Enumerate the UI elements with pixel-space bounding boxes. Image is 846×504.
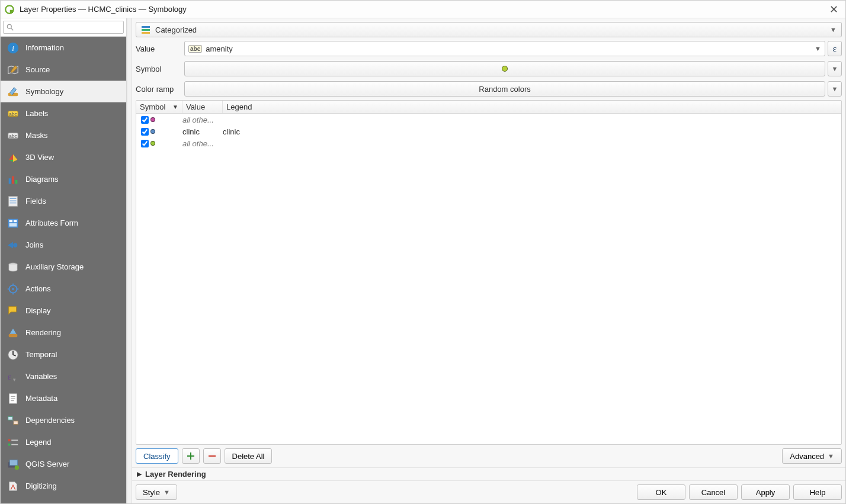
chevron-down-icon: ▼ (828, 452, 834, 460)
expression-button[interactable]: ε (828, 41, 842, 56)
svg-text:abc: abc (9, 133, 17, 139)
value-label: Value (136, 44, 182, 53)
svg-rect-19 (9, 223, 17, 227)
sidebar-item-rendering[interactable]: Rendering (1, 322, 126, 344)
search-input[interactable] (3, 21, 124, 34)
svg-rect-49 (142, 29, 150, 31)
sidebar-item-information[interactable]: iInformation (1, 37, 126, 59)
sidebar-item-label: Metadata (25, 394, 57, 403)
table-row[interactable]: all othe... (136, 137, 841, 149)
sidebar-item-label: Actions (25, 284, 51, 293)
symbol-preview-button[interactable] (184, 61, 825, 76)
labels-icon: abc (7, 107, 20, 120)
digitizing-icon (7, 480, 20, 493)
svg-rect-52 (187, 455, 194, 457)
row-value: clinic (182, 127, 223, 136)
sidebar-item-attributes-form[interactable]: Attributes Form (1, 212, 126, 234)
actions-icon (7, 283, 20, 296)
sidebar-item-label: Source (25, 65, 50, 74)
row-visible-checkbox[interactable] (141, 128, 149, 136)
qgis-server-icon (7, 458, 20, 471)
content-panel: Categorized ▼ Value abc amenity ▼ ε Symb… (132, 18, 845, 503)
attributes-form-icon (7, 217, 20, 230)
sidebar-item-display[interactable]: Display (1, 300, 126, 322)
svg-point-23 (12, 288, 14, 290)
color-ramp-menu-button[interactable]: ▼ (828, 81, 842, 97)
svg-rect-41 (8, 439, 11, 441)
sidebar-item-dependencies[interactable]: Dependencies (1, 409, 126, 431)
row-value: all othe... (182, 115, 223, 124)
add-category-button[interactable] (182, 448, 200, 464)
chevron-down-icon: ▼ (832, 65, 838, 72)
classify-button[interactable]: Classify (136, 448, 178, 464)
chevron-down-icon: ▼ (815, 45, 821, 52)
svg-rect-38 (8, 416, 12, 420)
svg-point-20 (13, 243, 17, 247)
apply-button[interactable]: Apply (741, 484, 790, 500)
close-button[interactable]: ✕ (825, 4, 842, 15)
header-symbol[interactable]: Symbol ▼ (136, 101, 182, 113)
svg-line-40 (12, 418, 14, 422)
sidebar-item-label: Symbology (25, 87, 63, 96)
color-ramp-button[interactable]: Random colors (184, 81, 825, 97)
sidebar-item-masks[interactable]: abcMasks (1, 124, 126, 146)
sidebar-item-actions[interactable]: Actions (1, 278, 126, 300)
row-visible-checkbox[interactable] (141, 116, 149, 124)
remove-category-button[interactable] (203, 448, 221, 464)
sidebar-item-variables[interactable]: ε▾Variables (1, 365, 126, 387)
sidebar-item-digitizing[interactable]: Digitizing (1, 475, 126, 497)
sidebar-item-joins[interactable]: Joins (1, 234, 126, 256)
sidebar-item-labels[interactable]: abcLabels (1, 102, 126, 124)
window-title: Layer Properties — HCMC_clinics — Symbol… (20, 5, 825, 14)
header-value[interactable]: Value (182, 101, 223, 113)
variables-icon: ε▾ (7, 370, 20, 383)
color-ramp-label: Color ramp (136, 85, 182, 94)
layer-rendering-label: Layer Rendering (145, 470, 206, 479)
joins-icon (7, 239, 20, 252)
sidebar-item-label: Fields (25, 197, 46, 206)
category-table: Symbol ▼ Value Legend all othe...clinicc… (136, 100, 842, 445)
ok-button[interactable]: OK (637, 484, 685, 500)
sidebar-item-label: Temporal (25, 350, 57, 359)
symbol-dot-icon (502, 66, 508, 72)
sidebar-item-label: Variables (25, 372, 57, 381)
help-button[interactable]: Help (793, 484, 842, 500)
value-field-combo[interactable]: abc amenity ▼ (184, 41, 825, 56)
sidebar-item-qgis-server[interactable]: QGIS Server (1, 453, 126, 475)
split-gutter[interactable] (127, 18, 132, 503)
table-header: Symbol ▼ Value Legend (136, 101, 841, 114)
sidebar-item-diagrams[interactable]: Diagrams (1, 168, 126, 190)
table-row[interactable]: clinicclinic (136, 126, 841, 137)
delete-all-button[interactable]: Delete All (225, 448, 273, 464)
cancel-button[interactable]: Cancel (689, 484, 738, 500)
svg-rect-28 (9, 333, 18, 337)
categorized-icon (141, 25, 150, 34)
sidebar-item-3d-view[interactable]: 3D View (1, 146, 126, 168)
qgis-logo-icon (4, 4, 15, 15)
chevron-down-icon: ▼ (164, 489, 170, 496)
sidebar-item-label: 3D View (25, 153, 54, 162)
sidebar-item-label: Information (25, 43, 64, 52)
table-row[interactable]: all othe... (136, 114, 841, 126)
symbol-menu-button[interactable]: ▼ (828, 61, 842, 76)
sidebar-item-symbology[interactable]: Symbology (1, 81, 126, 102)
sidebar-item-label: Dependencies (25, 416, 75, 425)
sidebar-item-auxiliary-storage[interactable]: Auxiliary Storage (1, 256, 126, 278)
row-value: all othe... (182, 139, 223, 148)
row-visible-checkbox[interactable] (141, 140, 149, 147)
renderer-type-select[interactable]: Categorized ▼ (136, 22, 842, 37)
style-button[interactable]: Style▼ (136, 484, 177, 500)
sidebar-item-source[interactable]: Source (1, 59, 126, 81)
sidebar-item-temporal[interactable]: Temporal (1, 344, 126, 365)
header-legend[interactable]: Legend (223, 101, 841, 113)
3d-view-icon (7, 151, 20, 164)
diagrams-icon (7, 173, 20, 186)
sidebar-item-label: Masks (25, 131, 48, 140)
sidebar-item-legend[interactable]: Legend (1, 431, 126, 453)
layer-rendering-section[interactable]: ▶ Layer Rendering (132, 467, 845, 480)
chevron-down-icon: ▼ (832, 85, 838, 92)
sidebar-item-metadata[interactable]: Metadata (1, 387, 126, 409)
advanced-button[interactable]: Advanced▼ (782, 448, 842, 464)
sidebar-item-fields[interactable]: Fields (1, 190, 126, 212)
metadata-icon (7, 392, 20, 405)
